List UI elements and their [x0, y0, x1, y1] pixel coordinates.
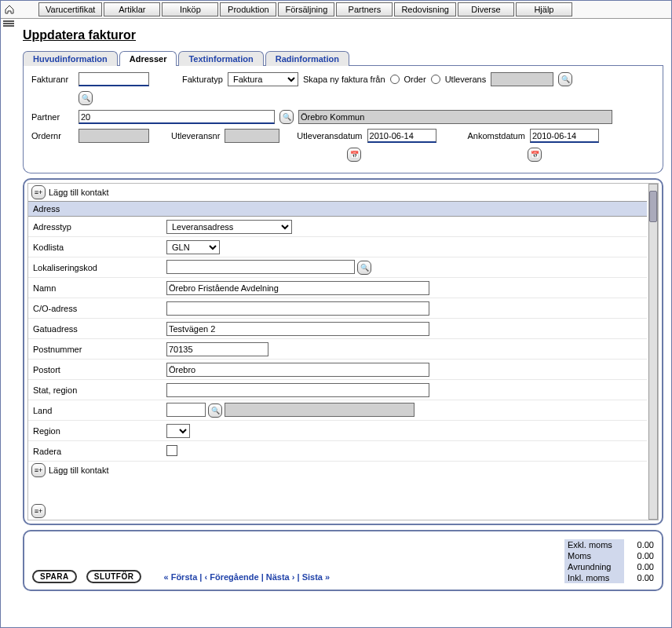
fakturanr-label: Fakturanr [31, 75, 74, 84]
add-row-bottom[interactable]: ≡+ [28, 502, 647, 520]
tabs: Huvudinformation Adresser Textinformatio… [23, 50, 663, 66]
namn-input[interactable] [166, 281, 429, 295]
menu-forsaljning[interactable]: Försäljning [278, 2, 334, 16]
co-label: C/O-adress [33, 304, 166, 313]
exkl-moms-label: Exkl. moms [564, 539, 624, 550]
fakturanr-search-icon[interactable]: 🔍 [79, 91, 93, 105]
add-contact-icon-bottom[interactable]: ≡+ [31, 463, 46, 477]
menu-produktion[interactable]: Produktion [220, 2, 276, 16]
footer-panel: SPARA SLUTFÖR « Första | ‹ Föregående | … [23, 530, 663, 591]
add-contact-label: Lägg till kontakt [49, 188, 108, 197]
land-name-display [225, 403, 415, 417]
spara-button[interactable]: SPARA [32, 570, 77, 583]
menu-redovisning[interactable]: Redovisning [394, 2, 456, 16]
kodlista-label: Kodlista [33, 243, 166, 252]
radera-label: Radera [33, 447, 166, 456]
moms-label: Moms [564, 550, 624, 561]
region-label: Region [33, 426, 166, 436]
gatuadress-label: Gatuadress [33, 324, 166, 334]
menu-partners[interactable]: Partners [336, 2, 393, 16]
region-select[interactable] [166, 424, 190, 438]
namn-label: Namn [33, 283, 166, 293]
radera-checkbox[interactable] [166, 445, 177, 456]
fakturatyp-select[interactable]: Faktura [228, 72, 298, 86]
partner-search-icon[interactable]: 🔍 [279, 110, 294, 124]
land-label: Land [33, 406, 166, 415]
scroll-thumb[interactable] [649, 191, 657, 222]
inkl-moms-value: 0.00 [629, 573, 654, 582]
home-icon[interactable] [4, 4, 15, 15]
menu-varucertifikat[interactable]: Varucertifikat [38, 2, 102, 16]
utleverans-label: Utleverans [445, 75, 487, 84]
stat-label: Stat, region [33, 385, 166, 395]
postnummer-label: Postnummer [33, 345, 166, 354]
fakturatyp-label: Fakturatyp [182, 75, 223, 84]
gatuadress-input[interactable] [166, 322, 429, 336]
ordernr-label: Ordernr [31, 131, 74, 141]
adresstyp-label: Adresstyp [33, 222, 166, 232]
add-row-icon[interactable]: ≡+ [31, 504, 46, 518]
add-contact-label-bottom: Lägg till kontakt [49, 466, 108, 475]
ankomstdatum-calendar-icon[interactable]: 📅 [528, 148, 542, 162]
scrollbar[interactable] [648, 184, 658, 520]
lokaliseringskod-input[interactable] [166, 260, 355, 274]
menubar: Varucertifikat Artiklar Inköp Produktion… [38, 2, 572, 16]
utleveransdatum-input[interactable] [367, 129, 436, 143]
ankomstdatum-input[interactable] [530, 129, 599, 143]
stat-input[interactable] [166, 383, 429, 397]
add-contact-icon[interactable]: ≡+ [31, 185, 46, 199]
menu-diverse[interactable]: Diverse [458, 2, 514, 16]
order-radio[interactable] [390, 75, 400, 84]
partner-name-display [298, 110, 612, 124]
utleveransdatum-calendar-icon[interactable]: 📅 [347, 148, 361, 162]
header-panel: Fakturanr Fakturatyp Faktura Skapa ny fa… [23, 66, 663, 173]
lokaliseringskod-label: Lokaliseringskod [33, 263, 166, 272]
kodlista-select[interactable]: GLN [166, 240, 220, 254]
inkl-moms-label: Inkl. moms [564, 572, 624, 583]
co-input[interactable] [166, 301, 429, 316]
utleveransdatum-label: Utleveransdatum [297, 131, 362, 141]
postort-label: Postort [33, 365, 166, 374]
nav-last[interactable]: Sista » [302, 572, 330, 582]
ankomstdatum-label: Ankomstdatum [468, 131, 525, 141]
partner-label: Partner [31, 112, 74, 122]
nav-prev[interactable]: ‹ Föregående [204, 572, 258, 582]
ordernr-input [79, 129, 149, 143]
tab-huvudinformation[interactable]: Huvudinformation [23, 51, 118, 66]
postort-input[interactable] [166, 363, 429, 377]
skapa-label: Skapa ny faktura från [303, 75, 385, 84]
totals: Exkl. moms0.00 Moms0.00 Avrundning0.00 I… [564, 539, 654, 583]
avrundning-label: Avrundning [564, 561, 624, 572]
add-contact-top[interactable]: ≡+ Lägg till kontakt [28, 184, 647, 201]
partner-input[interactable] [79, 110, 275, 124]
menu-hjalp[interactable]: Hjälp [516, 2, 572, 16]
content-panel: ≡+ Lägg till kontakt Adress AdresstypLev… [23, 178, 663, 525]
order-label: Order [404, 75, 426, 84]
lokaliseringskod-search-icon[interactable]: 🔍 [357, 261, 371, 275]
exkl-moms-value: 0.00 [629, 540, 654, 550]
nav-first[interactable]: « Första [163, 572, 197, 582]
address-section-header: Adress [28, 201, 647, 217]
slutfor-button[interactable]: SLUTFÖR [86, 570, 142, 583]
land-code-input[interactable] [166, 403, 206, 417]
menu-inkop[interactable]: Inköp [162, 2, 218, 16]
moms-value: 0.00 [629, 551, 654, 560]
utleveransnr-input [225, 129, 279, 143]
page-title: Uppdatera fakturor [23, 28, 663, 42]
menu-artiklar[interactable]: Artiklar [104, 2, 160, 16]
avrundning-value: 0.00 [629, 562, 654, 571]
utleveransnr-label: Utleveransnr [171, 131, 220, 141]
add-contact-bottom[interactable]: ≡+ Lägg till kontakt [28, 462, 647, 479]
utleverans-input [491, 72, 553, 86]
nav-next[interactable]: Nästa › [266, 572, 295, 582]
tab-adresser[interactable]: Adresser [119, 51, 177, 66]
tab-textinformation[interactable]: Textinformation [178, 51, 263, 66]
postnummer-input[interactable] [166, 342, 268, 356]
tab-radinformation[interactable]: Radinformation [265, 51, 349, 66]
sidebar-toggle-icon[interactable] [3, 20, 14, 31]
adresstyp-select[interactable]: Leveransadress [166, 220, 292, 234]
land-search-icon[interactable]: 🔍 [208, 403, 222, 418]
utleverans-radio[interactable] [431, 75, 440, 84]
utleverans-search-icon[interactable]: 🔍 [558, 72, 572, 86]
fakturanr-input[interactable] [79, 72, 149, 86]
